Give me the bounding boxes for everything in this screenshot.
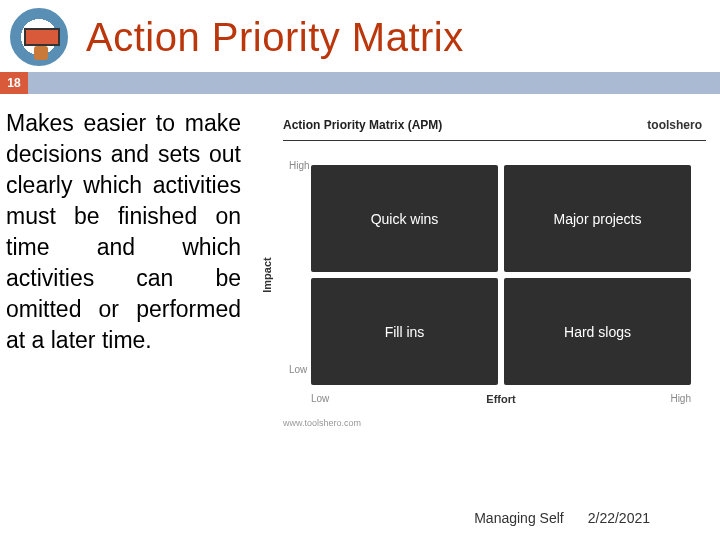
slide-title: Action Priority Matrix xyxy=(86,15,464,60)
quad-fill-ins: Fill ins xyxy=(311,278,498,385)
chart-brand: toolshero xyxy=(647,118,702,132)
chart-title: Action Priority Matrix (APM) xyxy=(283,118,442,132)
y-axis-label: Impact xyxy=(251,165,283,385)
logo-icon xyxy=(10,8,68,66)
y-tick-low: Low xyxy=(289,364,307,375)
matrix-grid: Quick wins Major projects Fill ins Hard … xyxy=(311,165,691,385)
body-text: Makes easier to make decisions and sets … xyxy=(6,108,241,460)
chart-container: Action Priority Matrix (APM) toolshero H… xyxy=(251,108,712,460)
x-tick-high: High xyxy=(670,393,691,404)
footer-topic: Managing Self xyxy=(474,510,564,526)
slide-header: Action Priority Matrix xyxy=(0,0,720,70)
quad-quick-wins: Quick wins xyxy=(311,165,498,272)
page-number: 18 xyxy=(0,72,28,94)
quad-major-projects: Major projects xyxy=(504,165,691,272)
slide-footer: Managing Self 2/22/2021 xyxy=(474,510,650,526)
chart-divider xyxy=(283,140,706,141)
content-area: Makes easier to make decisions and sets … xyxy=(0,94,720,460)
chart-source: www.toolshero.com xyxy=(283,418,706,428)
x-axis: Low Effort High xyxy=(311,393,691,404)
x-tick-low: Low xyxy=(311,393,329,404)
x-axis-label: Effort xyxy=(486,393,515,405)
footer-date: 2/22/2021 xyxy=(588,510,650,526)
y-tick-high: High xyxy=(289,160,310,171)
quad-hard-slogs: Hard slogs xyxy=(504,278,691,385)
accent-bar: 18 xyxy=(0,72,720,94)
